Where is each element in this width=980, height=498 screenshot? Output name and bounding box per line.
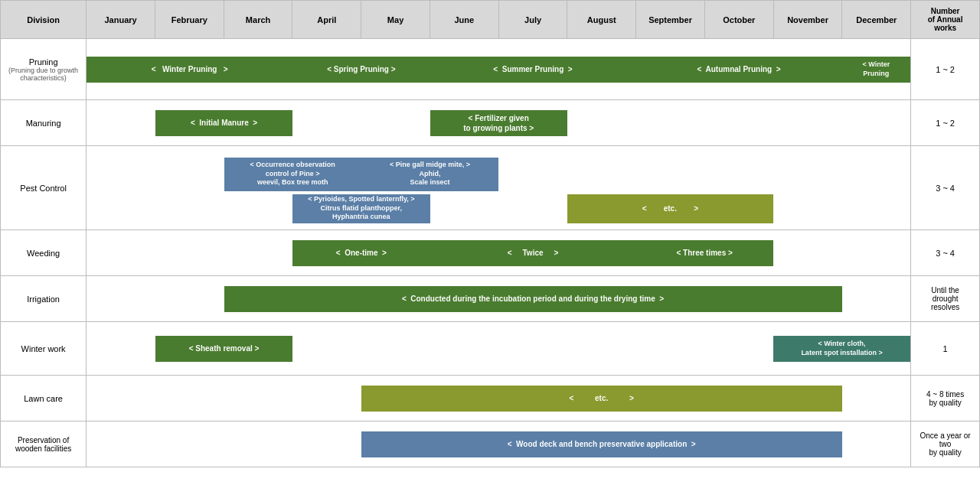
- pest-etc-bar: < etc. >: [567, 194, 773, 223]
- spring-pruning-bar: < Spring Pruning >: [292, 57, 430, 83]
- initial-manure-bar: < Initial Manure >: [155, 110, 292, 136]
- pruning-annual: 1 ~ 2: [911, 39, 980, 100]
- pest-timeline: < Occurrence observationcontrol of Pine …: [87, 146, 911, 230]
- month-jul: July: [498, 1, 567, 39]
- weeding-row: Weeding < One-time > < Twice > < Three t…: [1, 230, 980, 276]
- preservation-timeline: < Wood deck and bench preservative appli…: [87, 422, 911, 467]
- pruning-label: Pruning (Pruning due to growth character…: [1, 39, 87, 100]
- winter-work-label: Winter work: [1, 322, 87, 376]
- twice-bar: < Twice >: [430, 240, 636, 266]
- manuring-annual: 1 ~ 2: [911, 100, 980, 146]
- preservation-row: Preservation of wooden facilities < Wood…: [1, 422, 980, 467]
- month-jun: June: [430, 1, 498, 39]
- month-aug: August: [567, 1, 636, 39]
- schedule-table: Division January February March April Ma…: [0, 0, 980, 467]
- manuring-row: Manuring < Initial Manure > < Fertilizer…: [1, 100, 980, 146]
- irrigation-annual: Until thedroughtresolves: [911, 276, 980, 322]
- irrigation-label: Irrigation: [1, 276, 87, 322]
- pest-label: Pest Control: [1, 146, 87, 230]
- pest-row: Pest Control < Occurrence observationcon…: [1, 146, 980, 230]
- winter-pruning-bar: < Winter Pruning >: [87, 57, 292, 83]
- pruning-timeline: < Winter Pruning > < Spring Pruning > < …: [87, 39, 911, 100]
- occurrence-bar: < Occurrence observationcontrol of Pine …: [224, 158, 361, 191]
- month-apr: April: [292, 1, 361, 39]
- month-oct: October: [704, 1, 773, 39]
- irrigation-timeline: < Conducted during the incubation period…: [87, 276, 911, 322]
- lawn-etc-bar: < etc. >: [361, 386, 842, 412]
- weeding-annual: 3 ~ 4: [911, 230, 980, 276]
- weeding-timeline: < One-time > < Twice > < Three times >: [87, 230, 911, 276]
- lawn-care-label: Lawn care: [1, 376, 87, 422]
- one-time-bar: < One-time >: [292, 240, 430, 266]
- pest-annual: 3 ~ 4: [911, 146, 980, 230]
- preservation-annual: Once a year or twoby quality: [911, 422, 980, 467]
- manuring-label: Manuring: [1, 100, 87, 146]
- annual-header: Numberof Annualworks: [911, 1, 980, 39]
- lawn-care-timeline: < etc. >: [87, 376, 911, 422]
- winter-cloth-bar: < Winter cloth,Latent spot installation …: [773, 336, 910, 362]
- sheath-removal-bar: < Sheath removal >: [155, 336, 292, 362]
- irrigation-row: Irrigation < Conducted during the incuba…: [1, 276, 980, 322]
- winter-work-timeline: < Sheath removal > < Winter cloth,Latent…: [87, 322, 911, 376]
- autumnal-pruning-bar: < Autumnal Pruning >: [636, 57, 842, 83]
- month-jan: January: [87, 1, 155, 39]
- three-times-bar: < Three times >: [636, 240, 773, 266]
- month-nov: November: [773, 1, 842, 39]
- summer-pruning-bar: < Summer Pruning >: [430, 57, 636, 83]
- lawn-care-annual: 4 ~ 8 timesby quality: [911, 376, 980, 422]
- wood-deck-bar: < Wood deck and bench preservative appli…: [361, 431, 842, 457]
- manuring-timeline: < Initial Manure > < Fertilizer givento …: [87, 100, 911, 146]
- irrigation-bar: < Conducted during the incubation period…: [224, 286, 842, 312]
- weeding-label: Weeding: [1, 230, 87, 276]
- month-may: May: [361, 1, 430, 39]
- pine-gall-bar: < Pine gall midge mite, >Aphid,Scale ins…: [361, 158, 498, 191]
- lawn-care-row: Lawn care < etc. > 4 ~ 8 timesby quality: [1, 376, 980, 422]
- winter-pruning-dec-bar: < WinterPruning: [842, 57, 911, 83]
- header-row: Division January February March April Ma…: [1, 1, 980, 39]
- month-dec: December: [842, 1, 911, 39]
- winter-work-annual: 1: [911, 322, 980, 376]
- month-sep: September: [636, 1, 705, 39]
- fertilizer-bar: < Fertilizer givento growing plants >: [430, 110, 567, 136]
- preservation-label: Preservation of wooden facilities: [1, 422, 87, 467]
- winter-work-row: Winter work < Sheath removal > < Winter …: [1, 322, 980, 376]
- month-mar: March: [224, 1, 292, 39]
- month-feb: February: [155, 1, 224, 39]
- pyrioides-bar: < Pyrioides, Spotted lanternfly, >Citrus…: [292, 194, 430, 223]
- division-header: Division: [1, 1, 87, 39]
- pruning-row: Pruning (Pruning due to growth character…: [1, 39, 980, 100]
